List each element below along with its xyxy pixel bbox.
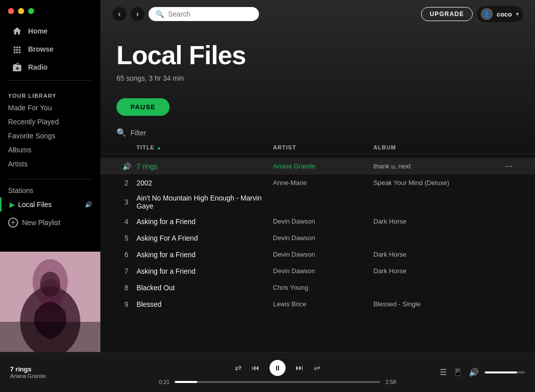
track-row[interactable]: 22002Anne-MarieSpeak Your Mind (Deluxe)·… [100,174,535,191]
track-list: 🔊7 ringsAriana Grandethank u, next···220… [100,158,535,312]
filter-input[interactable] [130,129,231,137]
sidebar-item-albums[interactable]: Albums [8,143,92,157]
sidebar-item-home[interactable]: Home [4,22,96,40]
track-artist: Devin Dawson [273,218,373,225]
track-album: thank u, next [373,162,499,170]
track-album: Blessed - Single [373,300,499,308]
volume-fill [485,371,517,373]
playlist-meta: 65 songs, 3 hr 34 min [116,74,519,82]
progress-row: 0:21 2:58 [152,379,403,385]
minimize-dot[interactable] [18,8,24,14]
filter-row: 🔍 [100,124,535,141]
track-row[interactable]: 9BlessedLewis BriceBlessed - Single··· [100,296,535,312]
column-num [116,144,137,150]
next-button[interactable]: ⏭ [296,363,304,372]
device-picker-button[interactable]: 📱 [453,367,463,377]
volume-button[interactable]: 🔊 [469,367,479,377]
track-number: 7 [116,267,137,275]
sidebar-item-home-label: Home [28,27,48,35]
progress-bar[interactable] [175,381,380,383]
playlist-title: Local Files [116,40,519,70]
play-pause-button[interactable]: ⏸ [270,360,286,376]
progress-fill [175,381,197,383]
search-bar: 🔍 [149,7,259,21]
sidebar-item-made-for-you[interactable]: Made For You [8,101,92,115]
back-button[interactable]: ‹ [112,7,126,21]
local-files-left: ▶ Local Files [10,201,52,209]
track-artist: Anne-Marie [273,179,373,186]
column-more [499,144,519,150]
track-row[interactable]: 5Asking For A FriendDevin Dawson··· [100,230,535,246]
sidebar-item-radio-label: Radio [28,63,48,71]
upgrade-button[interactable]: UPGRADE [421,7,472,21]
local-files-label: Local Files [18,201,52,209]
track-album: Dark Horse [373,267,499,275]
sidebar-item-favorite-songs[interactable]: Favorite Songs [8,129,92,143]
track-title: Asking for a Friend [137,218,273,226]
topbar-right: UPGRADE 👤 coco ▾ [421,6,523,22]
track-artist: Ariana Grande [273,162,373,170]
filter-search-icon: 🔍 [116,128,126,137]
track-artist: Lewis Brice [273,300,373,308]
user-name: coco [497,11,512,18]
track-title: Blacked Out [137,284,273,292]
track-row[interactable]: 🔊7 ringsAriana Grandethank u, next··· [100,158,535,174]
sidebar-item-stations[interactable]: Stations [0,183,100,198]
track-more-button[interactable]: ··· [499,161,519,171]
topbar: ‹ › 🔍 UPGRADE 👤 coco ▾ [100,0,535,28]
column-title[interactable]: TITLE ▲ [137,144,273,150]
sidebar-item-browse-label: Browse [28,45,54,53]
chevron-down-icon: ▾ [516,11,519,18]
new-playlist-button[interactable]: + New Playlist [0,212,100,234]
track-number: 6 [116,251,137,259]
track-album: Speak Your Mind (Deluxe) [373,179,499,186]
column-album: ALBUM [373,144,499,150]
player-center: ⇄ ⏮ ⏸ ⏭ ⇌ 0:21 2:58 [141,360,415,385]
sidebar-item-radio[interactable]: Radio [4,58,96,76]
track-number: 8 [116,284,137,292]
avatar: 👤 [481,8,493,20]
player-controls: ⇄ ⏮ ⏸ ⏭ ⇌ [235,360,320,376]
sound-playing-icon: ▶ [10,201,15,209]
sidebar-item-browse[interactable]: Browse [4,40,96,58]
track-row[interactable]: 8Blacked OutChris Young··· [100,279,535,296]
library-section: YOUR LIBRARY Made For You Recently Playe… [0,85,100,175]
divider-2 [8,179,92,179]
sound-bars-icon: 🔊 [85,201,92,208]
speaker-icon: 🔊 [122,162,131,170]
track-row[interactable]: 7Asking for a FriendDevin DawsonDark Hor… [100,263,535,279]
search-input[interactable] [168,10,248,18]
forward-button[interactable]: › [130,7,145,21]
sidebar-item-recently-played[interactable]: Recently Played [8,115,92,129]
svg-point-4 [40,272,60,297]
close-dot[interactable] [8,8,14,14]
track-artist: Devin Dawson [273,251,373,258]
playlist-header: Local Files 65 songs, 3 hr 34 min [100,28,535,90]
repeat-button[interactable]: ⇌ [314,363,320,372]
shuffle-button[interactable]: ⇄ [235,363,241,372]
sidebar-item-local-files[interactable]: ▶ Local Files 🔊 [0,198,100,212]
user-menu[interactable]: 👤 coco ▾ [477,6,523,22]
previous-button[interactable]: ⏮ [251,363,259,372]
maximize-dot[interactable] [28,8,34,14]
track-title: Blessed [137,300,273,308]
album-art-image [0,252,100,352]
track-title: 7 rings [137,162,273,170]
sidebar-album-art [0,252,100,352]
new-playlist-label: New Playlist [22,219,60,227]
volume-bar[interactable] [485,371,525,373]
track-number: 🔊 [116,162,137,170]
pause-button[interactable]: PAUSE [116,98,170,116]
track-title: Asking for a Friend [137,267,273,275]
track-row[interactable]: 6Asking for a FriendDevin DawsonDark Hor… [100,246,535,263]
track-list-header: TITLE ▲ ARTIST ALBUM [100,141,535,154]
track-row[interactable]: 4Asking for a FriendDevin DawsonDark Hor… [100,213,535,230]
track-album: Dark Horse [373,218,499,225]
track-row[interactable]: 3Ain't No Mountain High Enough - Marvin … [100,191,535,213]
queue-button[interactable]: ☰ [440,367,447,377]
topbar-left: ‹ › 🔍 [112,7,259,21]
now-playing: 7 rings Ariana Grande [10,365,141,379]
total-time: 2:58 [385,379,403,385]
sidebar-item-artists[interactable]: Artists [8,157,92,171]
track-title: Asking for a Friend [137,251,273,259]
